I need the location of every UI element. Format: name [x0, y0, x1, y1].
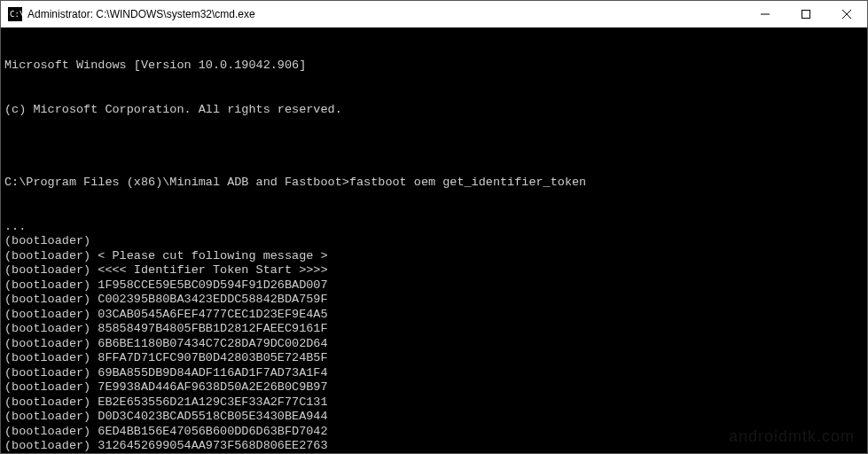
prompt-path: C:\Program Files (x86)\Minimal ADB and F… [4, 176, 349, 191]
output-line: (bootloader) C002395B80BA3423EDDC58842BD… [4, 293, 864, 308]
banner-line: Microsoft Windows [Version 10.0.19042.90… [4, 59, 864, 74]
cmd-icon: C:\ [8, 7, 22, 21]
output-line: (bootloader) 7E9938AD446AF9638D50A2E26B0… [4, 380, 864, 395]
banner-line: (c) Microsoft Corporation. All rights re… [4, 103, 864, 118]
output-line: (bootloader) < Please cut following mess… [4, 249, 864, 264]
cmd-window: C:\ Administrator: C:\WINDOWS\system32\c… [0, 0, 868, 454]
minimize-button[interactable] [745, 1, 786, 27]
output-line: (bootloader) 6ED4BB156E47056B600DD6D63BF… [4, 425, 864, 440]
output-line: (bootloader) D0D3C4023BCAD5518CB05E3430B… [4, 410, 864, 425]
output-line: (bootloader) 1F958CCE59E5BC09D594F91D26B… [4, 278, 864, 294]
output-line: ... [4, 220, 864, 235]
output-line: (bootloader) 03CAB0545A6FEF4777CEC1D23EF… [4, 308, 864, 323]
output-line: (bootloader) 3126452699054AA973F568D806E… [4, 439, 864, 453]
output-line: (bootloader) [4, 234, 864, 249]
output-block: ...(bootloader)(bootloader) < Please cut… [4, 220, 864, 454]
window-title: Administrator: C:\WINDOWS\system32\cmd.e… [27, 8, 745, 20]
maximize-button[interactable] [786, 1, 826, 27]
output-line: (bootloader) 8FFA7D71CFC907B0D42803B05E7… [4, 351, 864, 366]
terminal-output[interactable]: Microsoft Windows [Version 10.0.19042.90… [1, 27, 867, 453]
svg-rect-3 [802, 11, 810, 19]
output-line: (bootloader) 69BA855DB9D84ADF116AD1F7AD7… [4, 366, 864, 381]
typed-command: fastboot oem get_identifier_token [349, 176, 586, 191]
output-line: (bootloader) EB2E653556D21A129C3EF33A2F7… [4, 395, 864, 411]
titlebar[interactable]: C:\ Administrator: C:\WINDOWS\system32\c… [1, 1, 867, 27]
output-line: (bootloader) 85858497B4805FBB1D2812FAEEC… [4, 322, 864, 337]
output-line: (bootloader) 6B6BE1180B07434C7C28DA79DC0… [4, 337, 864, 352]
svg-text:C:\: C:\ [10, 10, 22, 19]
command-line-1: C:\Program Files (x86)\Minimal ADB and F… [4, 176, 864, 191]
output-line: (bootloader) <<<< Identifier Token Start… [4, 263, 864, 278]
close-button[interactable] [826, 1, 867, 27]
window-controls [745, 1, 867, 27]
